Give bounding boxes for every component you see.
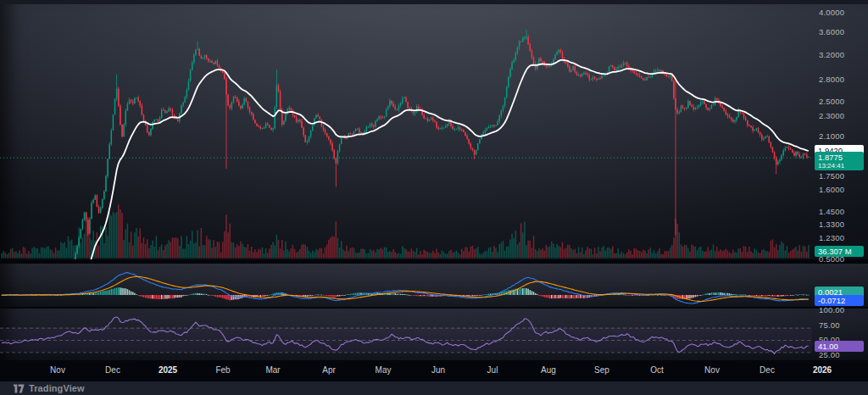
axis-tick-label: 4.0000 [819,8,844,17]
rsi-value-label: 41.00 [815,341,864,352]
time-axis-month-label: Jun [431,365,445,375]
axis-tick-label: 75.00 [819,320,840,330]
axis-tick-label: 1.7500 [819,171,844,181]
time-axis-month-label: Sep [594,365,609,375]
time-axis-month-label: Oct [650,365,664,375]
last-price-label: 1.877513:24:41 [815,152,864,170]
axis-tick-label: 100.00 [819,305,844,314]
axis-tick-label: 1.4500 [819,207,844,216]
axis-tick-label: 25.00 [819,350,840,359]
axis-tick-label: 3.2000 [819,50,844,59]
time-axis-month-label: Feb [215,365,230,375]
time-axis-month-label: Mar [265,365,280,375]
time-axis-month-label: Nov [50,365,65,375]
axis-tick-label: 2.3000 [819,111,844,120]
time-axis-month-label: May [376,365,392,375]
tradingview-brand[interactable]: TradingView [29,383,85,393]
bottom-bar: TradingView [0,381,868,395]
time-axis-month-label: Nov [704,365,720,375]
axis-tick-label: 2.5000 [819,97,844,106]
time-axis-month-label: Dec [760,365,775,375]
chart-root: 4.00003.60003.20002.80002.50002.30002.10… [0,0,868,395]
time-axis[interactable]: NovDec2025FebMarAprMayJunJulAugSepOctNov… [0,360,868,381]
axis-tick-label: 2.1000 [819,131,844,141]
time-axis-month-label: Dec [105,365,120,375]
axis-tick-label: 1.2300 [819,233,844,242]
price-axis[interactable]: 4.00003.60003.20002.80002.50002.30002.10… [812,0,868,360]
axis-tick-label: 2.8000 [819,75,844,84]
time-axis-month-label: Aug [541,365,556,375]
time-axis-month-label: Apr [322,365,336,375]
time-axis-month-label: Jul [487,365,498,375]
volume-value-label: 36.307 M [815,246,864,257]
time-axis-year-label: 2026 [813,365,832,375]
axis-tick-label: 1.3300 [819,220,844,229]
tradingview-logo-icon[interactable] [14,384,25,393]
macd-line-label: -0.0712 [815,295,864,306]
chart-canvas[interactable] [0,0,812,360]
axis-tick-label: 1.6000 [819,185,844,194]
axis-tick-label: 3.6000 [819,27,844,36]
time-axis-year-label: 2025 [159,365,177,375]
